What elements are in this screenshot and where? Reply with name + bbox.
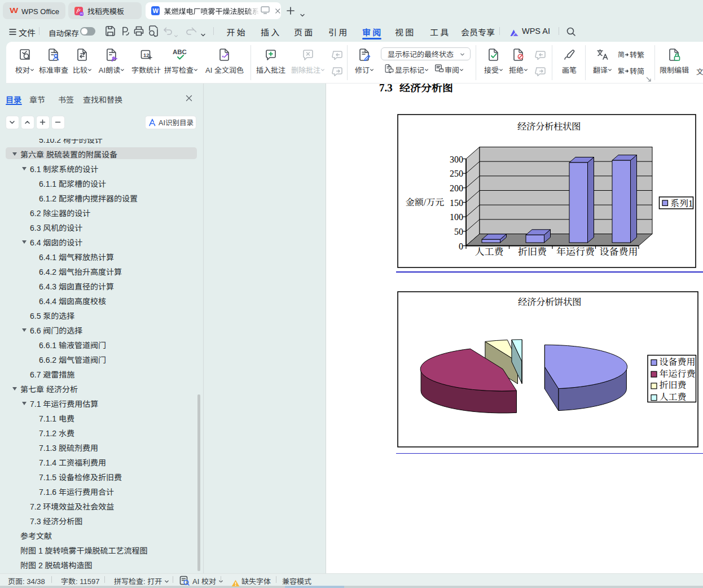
- svg-text:简: 简: [618, 50, 625, 59]
- svg-text:繁: 繁: [618, 66, 625, 75]
- svg-text:ABC: ABC: [173, 48, 187, 56]
